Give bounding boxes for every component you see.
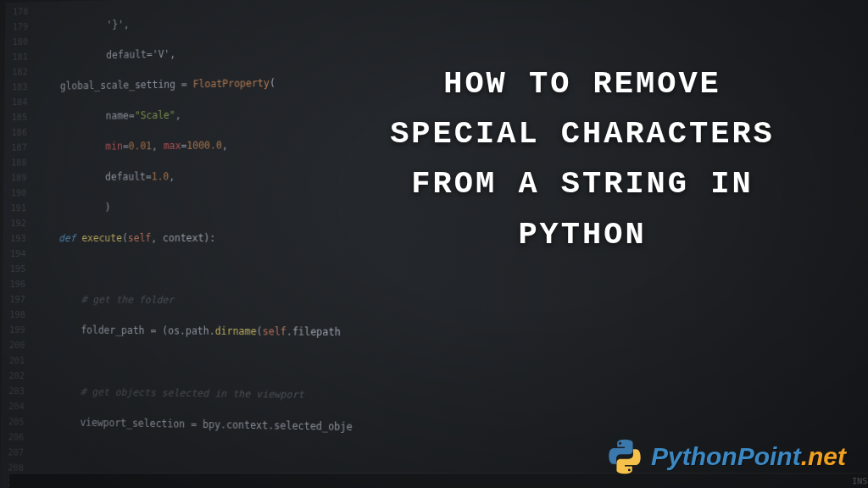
brand-logo: PythonPoint.net bbox=[607, 439, 846, 474]
title-line-2: SPECIAL CHARACTERS bbox=[322, 109, 843, 159]
title-line-3: FROM A STRING IN bbox=[322, 159, 843, 209]
brand-text: PythonPoint.net bbox=[651, 442, 846, 471]
status-mode: INS bbox=[852, 476, 867, 485]
page-title: HOW TO REMOVE SPECIAL CHARACTERS FROM A … bbox=[322, 59, 843, 260]
python-icon bbox=[607, 439, 643, 474]
status-bar: INS Python bbox=[9, 472, 868, 488]
brand-name: PythonPoint bbox=[651, 442, 801, 470]
title-line-1: HOW TO REMOVE bbox=[322, 59, 843, 109]
line-gutter: 1781791801811821831841851861871881891901… bbox=[0, 2, 33, 488]
brand-tld: .net bbox=[801, 442, 846, 470]
title-line-4: PYTHON bbox=[322, 210, 843, 260]
